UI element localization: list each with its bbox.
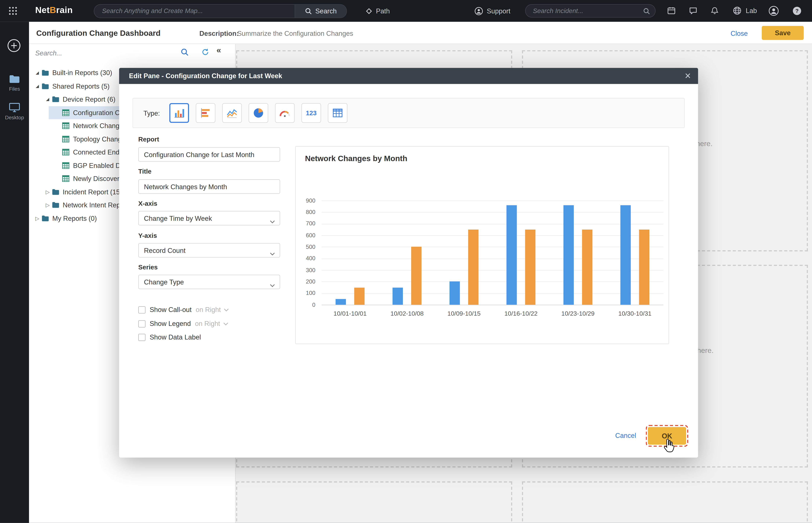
global-search-input[interactable] [94, 4, 295, 17]
cancel-button[interactable]: Cancel [615, 432, 636, 439]
mouse-cursor-icon [663, 438, 676, 453]
chart-preview: Network Changes by Month 010020030040050… [295, 146, 669, 344]
chevron-down-icon [270, 281, 275, 289]
type-label: Type: [144, 109, 160, 117]
show-legend-position[interactable]: on Right [195, 320, 220, 327]
xaxis-selected-value: Change Time by Week [144, 214, 212, 222]
report-icon [62, 136, 71, 143]
title-input[interactable] [138, 179, 280, 194]
edit-pane-modal: Edit Pane - Configuration Change for Las… [119, 68, 698, 458]
modal-header: Edit Pane - Configuration Change for Las… [119, 68, 698, 84]
gridline [322, 258, 663, 259]
tree-item-label: My Reports (0) [52, 214, 97, 222]
placeholder-pane[interactable] [522, 481, 808, 523]
yaxis-field-label: Y-axis [138, 232, 157, 239]
chevron-down-icon [270, 217, 275, 225]
report-field-label: Report [138, 136, 159, 143]
report-icon [62, 149, 71, 156]
bell-icon[interactable] [711, 6, 720, 16]
tree-item-label: Configuration Cl [73, 109, 121, 116]
drop-hint-text: here. [697, 346, 714, 354]
type-pie-chart-button[interactable] [248, 103, 268, 123]
tree-item-label: Network Change [73, 122, 123, 129]
path-menu[interactable]: Path [366, 0, 390, 22]
gridline [322, 235, 663, 236]
chart-bar-series-orange [354, 287, 364, 305]
collapsed-triangle-icon[interactable]: ▷ [43, 189, 52, 195]
global-search-button-label: Search [315, 7, 337, 15]
calendar-icon[interactable] [667, 6, 676, 16]
global-search[interactable]: Search [94, 4, 347, 18]
collapsed-triangle-icon[interactable]: ▷ [33, 215, 41, 221]
folder-icon [41, 69, 50, 77]
user-avatar[interactable] [769, 6, 779, 16]
add-pane-button[interactable] [7, 39, 21, 52]
global-search-button[interactable]: Search [295, 4, 346, 17]
chart-bar-series-orange [639, 230, 649, 305]
tree-item-label: Topology Chang [73, 135, 121, 143]
show-data-label-checkbox[interactable] [138, 333, 146, 341]
incident-search[interactable] [525, 4, 656, 18]
files-label: Files [0, 86, 29, 92]
refresh-icon[interactable] [202, 48, 209, 56]
app-root: NetBrain Search Path Support [0, 0, 812, 523]
chevron-down-icon[interactable] [224, 308, 229, 311]
tree-item-label: BGP Enabled De [73, 162, 124, 169]
show-data-label-option: Show Data Label [138, 333, 201, 341]
close-icon[interactable]: × [685, 69, 691, 83]
page-title: Configuration Change Dashboard [36, 29, 160, 37]
chevron-down-icon[interactable] [223, 322, 228, 325]
search-icon[interactable] [181, 48, 189, 56]
type-table-button[interactable] [328, 103, 347, 123]
report-icon [62, 122, 71, 129]
support-menu[interactable]: Support [474, 0, 510, 22]
show-callout-checkbox[interactable] [138, 306, 146, 313]
type-column-chart-button[interactable] [169, 103, 189, 123]
type-line-chart-button[interactable] [222, 103, 242, 123]
close-button[interactable]: Close [731, 30, 748, 37]
series-select[interactable]: Change Type [138, 275, 280, 289]
chat-icon[interactable] [689, 6, 698, 16]
gridline [322, 224, 663, 224]
xaxis-select[interactable]: Change Time by Week [138, 211, 280, 226]
chart-bar-series-orange [582, 230, 592, 305]
type-bar-chart-button[interactable] [196, 103, 215, 123]
yaxis-select[interactable]: Record Count [138, 243, 280, 257]
svg-text:123: 123 [306, 109, 317, 116]
y-axis-tick-label: 700 [296, 220, 315, 227]
folder-icon [52, 96, 60, 103]
expanded-triangle-icon[interactable]: ◢ [33, 71, 41, 75]
save-button[interactable]: Save [762, 26, 804, 40]
type-number-button[interactable]: 123 [301, 103, 321, 123]
xaxis-field-label: X-axis [138, 200, 157, 208]
incident-search-input[interactable] [526, 7, 643, 15]
expanded-triangle-icon[interactable]: ◢ [43, 97, 52, 102]
y-axis-tick-label: 300 [296, 267, 315, 273]
y-axis-tick-label: 200 [296, 278, 315, 285]
tree-item-label: Network Intent Rep [63, 201, 120, 209]
netbrain-logo[interactable]: NetBrain [35, 5, 73, 15]
type-gauge-chart-button[interactable] [275, 103, 295, 123]
lab-label[interactable]: Lab [746, 7, 757, 15]
report-icon [62, 175, 71, 182]
tree-search-input[interactable] [35, 47, 174, 59]
desktop-icon[interactable] [9, 103, 20, 114]
show-callout-position[interactable]: on Right [196, 306, 221, 313]
app-grid-icon[interactable] [8, 6, 18, 16]
collapse-panel-icon[interactable]: « [216, 46, 221, 55]
tree-item-label: Connected End [73, 148, 119, 156]
collapsed-triangle-icon[interactable]: ▷ [43, 202, 52, 208]
yaxis-selected-value: Record Count [144, 247, 186, 254]
report-input[interactable] [138, 147, 280, 162]
show-callout-label: Show Call-out [150, 306, 192, 313]
globe-icon[interactable] [733, 6, 742, 16]
placeholder-pane[interactable] [236, 481, 512, 523]
show-legend-checkbox[interactable] [138, 320, 146, 327]
expanded-triangle-icon[interactable]: ◢ [33, 84, 41, 88]
svg-text:?: ? [795, 8, 799, 14]
files-icon[interactable] [9, 75, 20, 86]
chart-bar-series-blue [620, 205, 631, 305]
y-axis-tick-label: 100 [296, 290, 315, 296]
help-icon[interactable]: ? [792, 6, 802, 16]
support-icon [474, 6, 483, 15]
